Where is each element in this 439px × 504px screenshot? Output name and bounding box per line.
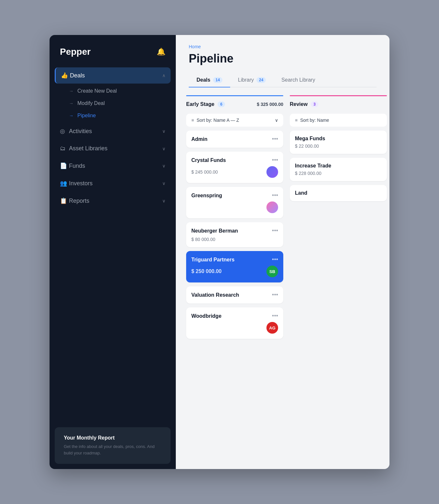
sidebar-item-deals[interactable]: 👍 Deals ∧ xyxy=(55,67,171,84)
tabs-bar: Deals 14 Library 24 Search Library xyxy=(189,73,377,87)
deal-name: Mega Funds xyxy=(295,136,382,142)
sort-label: Sort by: Name A — Z xyxy=(197,118,239,123)
deal-name: Neuberger Berman xyxy=(191,228,238,234)
page-title: Pipeline xyxy=(189,52,377,65)
sort-bar-early-stage[interactable]: ≡ Sort by: Name A — Z ∨ xyxy=(186,114,283,127)
sidebar-item-funds[interactable]: 📄 Funds ∨ xyxy=(55,158,171,174)
column-title-group: Early Stage 6 xyxy=(186,101,225,107)
sidebar-item-activities[interactable]: ◎ Activities ∨ xyxy=(55,123,171,139)
more-options-icon[interactable]: ••• xyxy=(272,256,278,263)
deal-amount: $ 80 000.00 xyxy=(191,237,215,242)
deal-name: Woodbridge xyxy=(191,313,221,319)
column-header-review: Review 3 xyxy=(290,101,387,110)
sub-nav-create-deal[interactable]: → Create New Deal xyxy=(64,85,165,97)
sidebar-item-label: Deals xyxy=(70,72,162,79)
sidebar-item-reports[interactable]: 📋 Reports ∨ xyxy=(55,193,171,209)
deal-card-top: Admin ••• xyxy=(191,136,278,143)
deal-amount: $ 22 000.00 xyxy=(295,143,382,149)
deal-name: Increase Trade xyxy=(295,163,382,169)
more-options-icon[interactable]: ••• xyxy=(272,157,278,164)
sub-nav-pipeline[interactable]: → Pipeline xyxy=(64,109,165,122)
deal-card-bottom: AG xyxy=(191,322,278,334)
monthly-report-desc: Get the info about all your deals, pros,… xyxy=(64,443,162,456)
column-header-early-stage: Early Stage 6 $ 325 000.00 xyxy=(186,101,283,110)
sort-label: Sort by: Name xyxy=(300,118,329,123)
avatar: AG xyxy=(266,322,278,334)
tab-deals-label: Deals xyxy=(197,77,210,83)
chevron-down-icon: ∨ xyxy=(162,181,165,186)
deal-card-top: Neuberger Berman ••• xyxy=(191,227,278,234)
more-options-icon[interactable]: ••• xyxy=(272,192,278,199)
chevron-down-icon: ∨ xyxy=(162,198,165,203)
activities-icon: ◎ xyxy=(60,128,69,135)
deal-card-top: Woodbridge ••• xyxy=(191,313,278,319)
sort-icon: ≡ xyxy=(191,118,194,123)
sidebar: Pepper 🔔 👍 Deals ∧ → Create New Deal → M… xyxy=(50,35,176,469)
deal-amount: $ 228 000.00 xyxy=(295,171,382,176)
sidebar-item-asset-libraries[interactable]: 🗂 Asset Libraries ∨ xyxy=(55,141,171,156)
tab-library[interactable]: Library 24 xyxy=(230,73,274,87)
deal-card-top: Triguard Partners ••• xyxy=(191,256,278,263)
chevron-down-icon: ∨ xyxy=(162,163,165,168)
main-content: Home Pipeline Deals 14 Library 24 Search… xyxy=(176,35,389,469)
reports-icon: 📋 xyxy=(60,197,69,204)
tab-search-library-label: Search Library xyxy=(281,77,315,83)
sub-nav-label: Pipeline xyxy=(77,113,96,119)
bell-icon[interactable]: 🔔 xyxy=(157,48,165,56)
deal-card-top: Valuation Research ••• xyxy=(191,292,278,298)
avatar xyxy=(266,166,278,178)
sidebar-item-label: Funds xyxy=(69,163,162,169)
deal-card-woodbridge: Woodbridge ••• AG xyxy=(186,307,283,339)
sort-icon: ≡ xyxy=(295,118,298,123)
investors-icon: 👥 xyxy=(60,180,69,187)
deal-card-triguard-partners: Triguard Partners ••• $ 250 000.00 SB xyxy=(186,251,283,282)
sidebar-header: Pepper 🔔 xyxy=(50,35,176,67)
deal-card-bottom xyxy=(191,201,278,213)
deals-icon: 👍 xyxy=(61,72,70,79)
tab-deals-badge: 14 xyxy=(213,77,222,83)
pipeline-column-early-stage: Early Stage 6 $ 325 000.00 ≡ Sort by: Na… xyxy=(186,95,283,461)
deal-amount: $ 245 000.00 xyxy=(191,169,218,175)
sidebar-item-label: Investors xyxy=(69,180,162,187)
deal-card-top: Greenspring ••• xyxy=(191,192,278,199)
deal-card-bottom: $ 250 000.00 SB xyxy=(191,266,278,277)
deal-name: Land xyxy=(295,190,382,196)
tab-search-library[interactable]: Search Library xyxy=(274,73,323,87)
deal-card-neuberger-berman: Neuberger Berman ••• $ 80 000.00 xyxy=(186,222,283,247)
chevron-down-icon: ∨ xyxy=(162,129,165,134)
more-options-icon[interactable]: ••• xyxy=(272,313,278,319)
column-count: 6 xyxy=(218,101,225,107)
more-options-icon[interactable]: ••• xyxy=(272,227,278,234)
breadcrumb: Home xyxy=(189,44,377,49)
tab-deals[interactable]: Deals 14 xyxy=(189,73,230,87)
sidebar-item-label: Reports xyxy=(69,198,162,204)
column-title: Early Stage xyxy=(186,101,214,107)
deal-card-increase-trade: Increase Trade $ 228 000.00 xyxy=(290,158,387,181)
monthly-report-card: Your Monthly Report Get the info about a… xyxy=(55,427,171,464)
more-options-icon[interactable]: ••• xyxy=(272,292,278,298)
deal-card-top: Crystal Funds ••• xyxy=(191,157,278,164)
column-total: $ 325 000.00 xyxy=(257,102,283,107)
chevron-up-icon: ∧ xyxy=(162,73,165,78)
column-title-group: Review 3 xyxy=(290,101,318,107)
sidebar-item-label: Asset Libraries xyxy=(69,145,162,152)
sub-nav-label: Create New Deal xyxy=(77,88,117,94)
chevron-down-icon: ∨ xyxy=(275,118,278,123)
sub-nav-modify-deal[interactable]: → Modify Deal xyxy=(64,97,165,109)
sidebar-item-investors[interactable]: 👥 Investors ∨ xyxy=(55,175,171,191)
deal-name: Triguard Partners xyxy=(191,257,234,263)
app-logo: Pepper xyxy=(60,47,91,57)
more-options-icon[interactable]: ••• xyxy=(272,136,278,143)
deal-name: Valuation Research xyxy=(191,292,239,298)
deal-amount: $ 250 000.00 xyxy=(191,269,221,274)
avatar: SB xyxy=(266,266,278,277)
sub-nav-label: Modify Deal xyxy=(77,100,105,106)
deal-name: Crystal Funds xyxy=(191,157,226,163)
sort-bar-review[interactable]: ≡ Sort by: Name xyxy=(290,114,387,127)
pipeline-column-review: Review 3 ≡ Sort by: Name Mega Funds $ 22… xyxy=(290,95,387,461)
deal-card-crystal-funds: Crystal Funds ••• $ 245 000.00 xyxy=(186,152,283,183)
deal-card-admin: Admin ••• xyxy=(186,131,283,148)
column-progress-review xyxy=(290,95,387,96)
funds-icon: 📄 xyxy=(60,162,69,169)
deal-card-bottom: $ 245 000.00 xyxy=(191,166,278,178)
